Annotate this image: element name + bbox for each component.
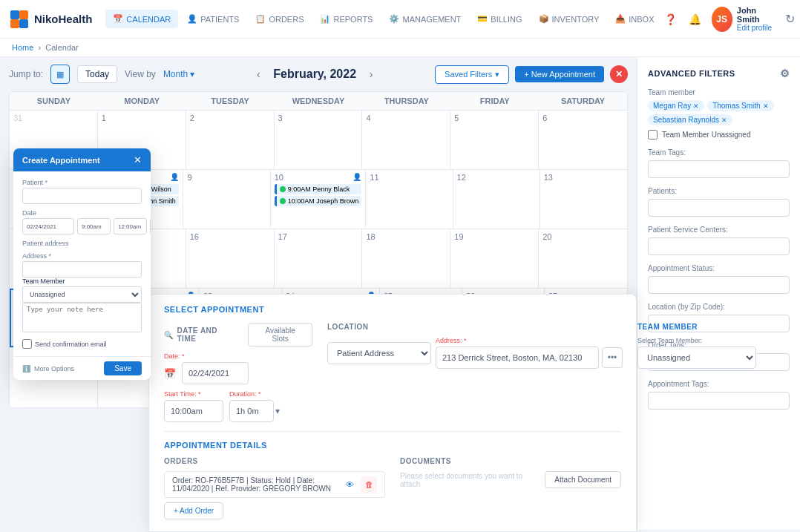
calendar-day-feb11[interactable]: 11: [366, 170, 453, 229]
nav-item-reports[interactable]: 📊 REPORTS: [312, 10, 380, 28]
calendar-day-feb18[interactable]: 18: [362, 229, 450, 288]
appointment-tags-input[interactable]: [648, 392, 790, 410]
date-time-label: 🔍 DATE AND TIME Available Slots: [164, 323, 312, 347]
filter-tag-sebastian-raynolds[interactable]: Sebastian Raynolds ✕: [648, 114, 732, 125]
calendar-day-feb17[interactable]: 17: [275, 229, 363, 288]
nav-item-inventory[interactable]: 📦 INVENTORY: [531, 10, 607, 28]
date-input[interactable]: [22, 218, 74, 234]
calendar-day-feb12[interactable]: 12: [453, 170, 540, 229]
nav-item-billing[interactable]: 💳 BILLING: [470, 10, 529, 28]
team-member-select[interactable]: Unassigned: [22, 286, 142, 303]
calendar-day-feb20[interactable]: 20: [539, 229, 627, 288]
location-type-select[interactable]: Patient Address: [327, 342, 431, 364]
popup-header: Create Appointment ✕: [13, 148, 151, 171]
notifications-button[interactable]: 🔔: [686, 9, 704, 30]
calendar-grid-view-button[interactable]: ▦: [50, 65, 70, 84]
remove-tag-icon[interactable]: ✕: [721, 116, 727, 124]
document-placeholder: Please select documents you want to atta…: [400, 472, 539, 488]
saved-filters-button[interactable]: Saved Filters ▾: [435, 65, 509, 84]
logo[interactable]: NikoHealth: [9, 9, 92, 30]
duration-field: Duration: * ▾: [229, 390, 280, 422]
select-appointment-title: SELECT APPOINTMENT: [164, 305, 621, 314]
day-header-tuesday: Tuesday: [186, 92, 275, 110]
today-button[interactable]: Today: [77, 65, 117, 83]
chevron-down-icon: ▾: [275, 406, 280, 416]
start-time-input[interactable]: [77, 218, 111, 234]
chevron-down-icon: ▾: [190, 69, 194, 79]
refresh-button[interactable]: ↻: [781, 9, 799, 30]
attach-document-button[interactable]: Attach Document: [545, 471, 621, 488]
save-button[interactable]: Save: [104, 361, 142, 375]
remove-tag-icon[interactable]: ✕: [693, 102, 699, 110]
address-input[interactable]: [436, 347, 599, 369]
team-member-select[interactable]: Unassigned: [637, 347, 756, 369]
view-order-button[interactable]: 👁: [341, 476, 358, 493]
calendar-day-feb6[interactable]: 6: [539, 111, 627, 169]
patient-service-centers-filter: Patient Service Centers:: [648, 226, 790, 255]
calendar-day-feb13[interactable]: 13: [540, 170, 627, 229]
start-time-field: Start Time: *: [164, 390, 223, 422]
send-confirmation-row: Send confirmation email: [22, 339, 142, 349]
available-slots-button[interactable]: Available Slots: [248, 323, 312, 347]
popup-close-button[interactable]: ✕: [134, 154, 142, 165]
nav-item-orders[interactable]: 📋 ORDERS: [248, 10, 311, 28]
more-options-button[interactable]: ℹ️ More Options: [22, 365, 74, 372]
filter-tag-megan-ray[interactable]: Megan Ray ✕: [648, 100, 704, 111]
info-icon: ℹ️: [22, 365, 30, 372]
tune-icon[interactable]: ⚙: [780, 68, 790, 79]
patients-input[interactable]: [648, 199, 790, 217]
svg-rect-0: [10, 10, 19, 19]
appointment-item[interactable]: 9:00AM Penny Black: [275, 184, 362, 194]
appointment-date-input[interactable]: [182, 362, 249, 384]
appointment-item[interactable]: 10:00AM Joseph Brown: [275, 196, 362, 206]
end-time-input[interactable]: [114, 218, 147, 234]
appointment-status-input[interactable]: [648, 276, 790, 294]
team-member-unassigned-checkbox[interactable]: Team Member Unassigned: [648, 130, 790, 139]
edit-profile-link[interactable]: Edit profile: [737, 24, 774, 32]
user-menu[interactable]: JS John Smith Edit profile: [712, 6, 774, 32]
calendar-day-feb9[interactable]: 9: [183, 170, 270, 229]
previous-month-button[interactable]: ‹: [249, 65, 267, 83]
calendar-day-feb19[interactable]: 19: [450, 229, 539, 288]
avatar: JS: [712, 7, 732, 32]
location-section: LOCATION Patient Address Address: * •••: [327, 323, 623, 369]
nav-item-patients[interactable]: 👤 PATIENTS: [180, 10, 246, 28]
address-input[interactable]: [22, 261, 142, 278]
help-button[interactable]: ❓: [662, 9, 680, 30]
close-button[interactable]: ✕: [610, 65, 628, 83]
nav-item-management[interactable]: ⚙️ MANAGEMENT: [381, 10, 468, 28]
unassigned-checkbox[interactable]: [648, 130, 658, 139]
send-confirmation-checkbox[interactable]: [22, 339, 32, 349]
day-header-saturday: Saturday: [539, 92, 627, 110]
calendar-day-feb10[interactable]: 10 👤 9:00AM Penny Black 10:00AM Joseph B…: [271, 170, 367, 229]
team-member-label: TEAM MEMBER: [637, 323, 756, 331]
note-textarea[interactable]: [22, 303, 142, 332]
nav-item-calendar[interactable]: 📅 CALENDAR: [105, 10, 178, 28]
nav-item-inbox[interactable]: 📥 INBOX: [608, 10, 661, 28]
add-order-button[interactable]: + Add Order: [164, 502, 223, 519]
remove-tag-icon[interactable]: ✕: [763, 102, 769, 110]
status-input[interactable]: [150, 218, 151, 234]
filter-tag-thomas-smith[interactable]: Thomas Smith ✕: [707, 100, 773, 111]
calendar-day-feb16[interactable]: 16: [186, 229, 275, 288]
view-by-select[interactable]: Month ▾: [163, 69, 194, 79]
calendar-day-feb3[interactable]: 3: [275, 111, 363, 169]
home-link[interactable]: Home: [12, 43, 33, 52]
calendar-day-feb4[interactable]: 4: [362, 111, 450, 169]
date-time-row: [22, 218, 142, 234]
calendar-day-feb2[interactable]: 2: [186, 111, 275, 169]
create-appointment-popup: Create Appointment ✕ Patient * Date Pati…: [13, 148, 151, 380]
team-tags-input[interactable]: [648, 160, 790, 178]
next-month-button[interactable]: ›: [362, 65, 380, 83]
start-time-input[interactable]: [164, 400, 223, 422]
address-options-button[interactable]: •••: [602, 347, 623, 368]
delete-order-button[interactable]: 🗑: [361, 476, 377, 493]
patient-service-centers-input[interactable]: [648, 237, 790, 255]
svg-rect-3: [19, 19, 28, 28]
appointment-status-filter: Appointment Status:: [648, 264, 790, 294]
team-member-filter: Team member Megan Ray ✕ Thomas Smith ✕ S…: [648, 88, 790, 139]
patient-input[interactable]: [22, 188, 142, 204]
new-appointment-button[interactable]: + New Appointment: [515, 66, 604, 82]
duration-input[interactable]: [229, 400, 274, 422]
calendar-day-feb5[interactable]: 5: [450, 111, 539, 169]
